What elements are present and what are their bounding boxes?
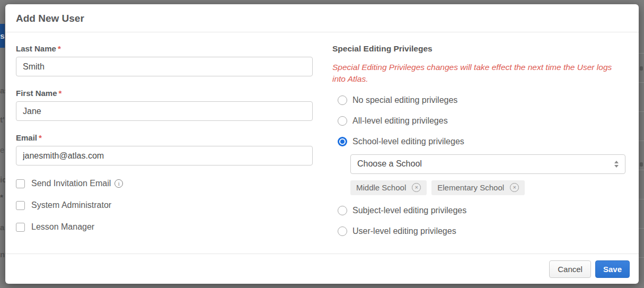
email-label-text: Email <box>16 133 37 142</box>
last-name-label-text: Last Name <box>16 44 56 53</box>
background-page-fragment <box>640 66 643 71</box>
last-name-field-group: Last Name* <box>16 44 313 76</box>
special-editing-privileges-column: Special Editing Privileges Special Editi… <box>332 44 625 254</box>
modal-title: Add New User <box>16 13 628 24</box>
info-icon[interactable] <box>114 179 123 188</box>
send-invitation-email-label: Send Invitation Email <box>31 179 111 188</box>
send-invitation-email-checkbox[interactable] <box>16 179 25 188</box>
no-special-privileges-label: No special editing privileges <box>352 95 457 105</box>
lesson-manager-label: Lesson Manager <box>31 222 94 232</box>
subject-level-privileges-radio[interactable] <box>338 206 347 215</box>
first-name-label: First Name* <box>16 89 313 98</box>
user-level-privileges-label: User-level editing privileges <box>352 226 456 236</box>
cancel-button[interactable]: Cancel <box>549 260 591 278</box>
system-administrator-row[interactable]: System Administrator <box>16 200 313 210</box>
no-special-privileges-radio[interactable] <box>338 95 347 105</box>
background-table-line <box>638 141 644 141</box>
background-table-line <box>638 53 644 54</box>
email-label: Email* <box>16 133 313 142</box>
background-page-fragment: s <box>0 24 5 48</box>
last-name-label: Last Name* <box>16 44 313 53</box>
background-table-line <box>638 82 644 83</box>
select-arrows-icon <box>614 161 619 168</box>
save-button[interactable]: Save <box>595 260 630 278</box>
background-table-line <box>638 170 644 170</box>
last-name-input[interactable] <box>16 57 313 76</box>
send-invitation-email-row[interactable]: Send Invitation Email <box>16 179 313 188</box>
background-table-line <box>638 199 644 199</box>
remove-tag-icon[interactable] <box>510 183 519 192</box>
background-table-line <box>638 257 644 258</box>
school-tag: Middle School <box>350 180 427 195</box>
modal-header: Add New User <box>5 4 639 32</box>
radio-row-all-level[interactable]: All-level editing privileges <box>332 116 625 126</box>
school-tag-label: Middle School <box>356 183 406 192</box>
required-asterisk: * <box>58 44 61 53</box>
radio-row-school-level[interactable]: School-level editing privileges <box>332 137 625 146</box>
school-select-value: Choose a School <box>357 159 422 169</box>
school-tag: Elementary School <box>431 180 525 195</box>
school-select[interactable]: Choose a School <box>350 154 625 174</box>
first-name-input[interactable] <box>16 101 313 121</box>
lesson-manager-row[interactable]: Lesson Manager <box>16 222 313 232</box>
email-field-group: Email* <box>16 133 313 165</box>
radio-row-subject-level[interactable]: Subject-level editing privileges <box>332 206 625 215</box>
background-page-fragment <box>640 162 643 167</box>
all-level-privileges-label: All-level editing privileges <box>352 116 448 126</box>
all-level-privileges-radio[interactable] <box>338 116 347 126</box>
background-table-line <box>638 111 644 112</box>
modal-footer: Cancel Save <box>5 254 639 284</box>
required-asterisk: * <box>39 133 42 142</box>
user-level-privileges-radio[interactable] <box>338 226 347 236</box>
system-administrator-checkbox[interactable] <box>16 201 25 210</box>
radio-row-user-level[interactable]: User-level editing privileges <box>332 226 625 236</box>
privileges-note: Special Editing Privileges changes will … <box>332 62 625 85</box>
arrow-down-icon <box>614 165 619 168</box>
user-options-section: Send Invitation Email System Administrat… <box>16 179 313 232</box>
school-level-privileges-radio[interactable] <box>338 137 347 146</box>
selected-schools-tags: Middle School Elementary School <box>350 180 625 195</box>
remove-tag-icon[interactable] <box>412 183 421 192</box>
modal-body: Last Name* First Name* Email* Send Invit… <box>5 32 639 254</box>
background-table-line <box>638 228 644 229</box>
school-tag-label: Elementary School <box>437 183 504 192</box>
system-administrator-label: System Administrator <box>31 200 111 210</box>
first-name-field-group: First Name* <box>16 89 313 121</box>
required-asterisk: * <box>59 89 62 98</box>
lesson-manager-checkbox[interactable] <box>16 223 25 232</box>
school-level-privileges-label: School-level editing privileges <box>352 137 464 146</box>
privileges-heading: Special Editing Privileges <box>332 44 625 54</box>
first-name-label-text: First Name <box>16 89 57 98</box>
email-input[interactable] <box>16 146 313 165</box>
subject-level-privileges-label: Subject-level editing privileges <box>352 206 466 215</box>
user-details-column: Last Name* First Name* Email* Send Invit… <box>16 44 313 254</box>
add-new-user-modal: Add New User Last Name* First Name* Emai… <box>5 4 639 284</box>
arrow-up-icon <box>614 161 619 163</box>
radio-row-no-special[interactable]: No special editing privileges <box>332 95 625 105</box>
